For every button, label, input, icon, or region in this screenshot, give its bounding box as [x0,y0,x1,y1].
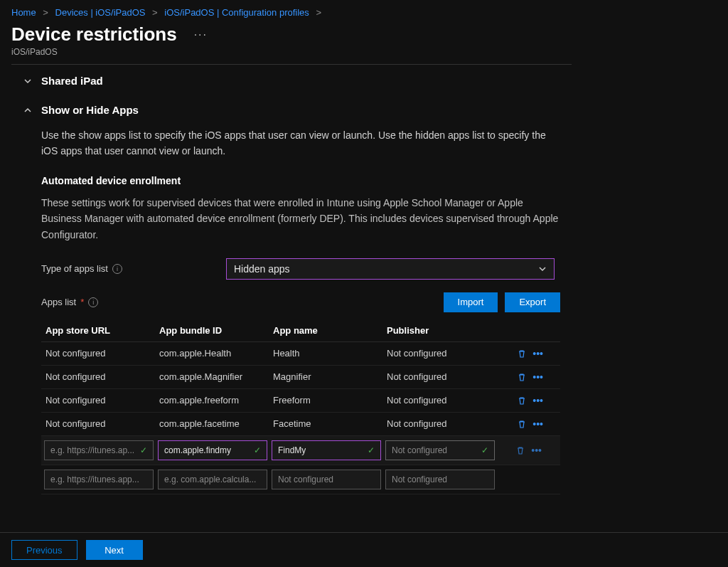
chevron-down-icon [538,265,547,273]
type-of-apps-label: Type of apps list [41,263,108,274]
section-label: Show or Hide Apps [41,104,139,116]
name-input[interactable]: FindMy ✓ [272,440,381,460]
cell-publisher: Not configured [387,418,500,429]
cell-url: Not configured [46,395,159,406]
breadcrumb: Home > Devices | iOS/iPadOS > iOS/iPadOS… [0,0,728,21]
more-icon[interactable]: ••• [532,395,543,406]
section-description: Use the show apps list to specify the iO… [41,127,560,159]
info-icon[interactable]: i [88,297,98,307]
table-row-new: e.g. https://itunes.app... e.g. com.appl… [41,465,560,494]
automated-enrollment-description: These settings work for supervised devic… [41,195,560,243]
table-row-editing: e.g. https://itunes.ap... ✓ com.apple.fi… [41,436,560,465]
delete-icon[interactable] [517,349,527,359]
url-input[interactable]: e.g. https://itunes.ap... ✓ [44,440,154,460]
delete-icon[interactable] [517,372,527,382]
table-row: Not configured com.apple.freeform Freefo… [41,389,560,413]
previous-button[interactable]: Previous [11,540,77,560]
col-publisher: Publisher [387,325,500,336]
more-icon[interactable]: ••• [532,418,543,430]
cell-publisher: Not configured [387,348,500,359]
bundle-input[interactable]: e.g. com.apple.calcula... [158,470,267,489]
apps-list-label: Apps list [41,297,76,307]
bundle-input[interactable]: com.apple.findmy ✓ [158,440,267,460]
export-button[interactable]: Export [505,292,560,312]
cell-name: Health [273,348,387,359]
cell-bundle: com.apple.Health [159,348,273,359]
section-show-hide-apps[interactable]: Show or Hide Apps [23,94,560,123]
section-label: Shared iPad [41,75,103,87]
page-title: Device restrictions [11,23,177,46]
table-row: Not configured com.apple.Health Health N… [41,342,560,366]
url-input[interactable]: e.g. https://itunes.app... [44,470,154,489]
publisher-input[interactable]: Not configured ✓ [385,440,495,460]
delete-icon[interactable] [517,396,527,406]
col-app-name: App name [273,325,387,336]
cell-url: Not configured [46,418,159,429]
breadcrumb-home[interactable]: Home [11,7,36,18]
delete-icon[interactable] [515,445,525,455]
breadcrumb-devices[interactable]: Devices | iOS/iPadOS [55,7,146,18]
name-input[interactable]: Not configured [272,470,381,489]
page-subtitle: iOS/iPadOS [0,46,728,64]
cell-name: Facetime [273,418,387,429]
table-row: Not configured com.apple.facetime Faceti… [41,413,560,436]
cell-name: Magnifier [273,371,387,382]
more-icon[interactable]: ••• [532,371,543,383]
cell-name: Freeform [273,395,387,406]
cell-publisher: Not configured [387,395,500,406]
cell-bundle: com.apple.Magnifier [159,371,273,382]
type-of-apps-select[interactable]: Hidden apps [226,258,555,280]
required-indicator: * [80,297,84,307]
import-button[interactable]: Import [444,292,498,312]
breadcrumb-profiles[interactable]: iOS/iPadOS | Configuration profiles [164,7,309,18]
table-row: Not configured com.apple.Magnifier Magni… [41,366,560,389]
publisher-input[interactable]: Not configured [385,470,495,489]
breadcrumb-separator: > [152,7,158,18]
breadcrumb-separator: > [43,7,48,18]
more-icon[interactable]: ••• [532,348,543,359]
automated-enrollment-heading: Automated device enrollment [41,175,560,186]
cell-url: Not configured [46,371,159,382]
select-value: Hidden apps [234,263,290,275]
wizard-footer: Previous Next [0,532,728,567]
more-icon[interactable]: ••• [531,445,542,456]
info-icon[interactable]: i [112,264,122,274]
section-shared-ipad[interactable]: Shared iPad [23,65,560,94]
check-icon: ✓ [368,445,375,455]
check-icon: ✓ [140,445,147,455]
col-bundle-id: App bundle ID [159,325,273,336]
cell-bundle: com.apple.freeform [159,395,273,406]
check-icon: ✓ [254,445,261,455]
next-button[interactable]: Next [86,540,143,560]
cell-url: Not configured [46,348,159,359]
breadcrumb-separator: > [316,7,321,18]
check-icon: ✓ [481,445,488,455]
col-app-store-url: App store URL [46,325,159,336]
section-wireless[interactable]: Wireless [23,512,560,519]
chevron-down-icon [23,76,33,86]
cell-publisher: Not configured [387,371,500,382]
cell-bundle: com.apple.facetime [159,418,273,429]
chevron-up-icon [23,105,33,115]
title-more-icon[interactable]: ··· [194,28,208,41]
apps-list-table: App store URL App bundle ID App name Pub… [41,319,560,494]
delete-icon[interactable] [517,419,527,429]
